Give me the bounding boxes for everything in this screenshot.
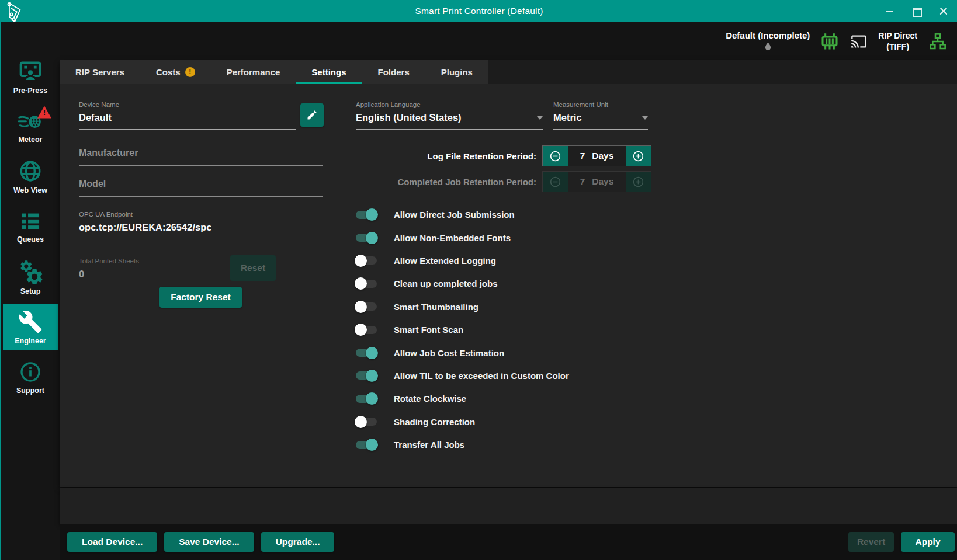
retention-number: 7 [580, 176, 585, 187]
tab-rip-servers[interactable]: RIP Servers [60, 60, 140, 84]
application-language-value-row[interactable]: English (United States) [356, 112, 543, 130]
tab-label: Settings [311, 67, 346, 77]
toggle-transfer-all-jobs[interactable] [356, 441, 377, 449]
sidebar-item-queues[interactable]: Queues [3, 203, 58, 250]
rip-direct-line1: RIP Direct [878, 30, 917, 41]
factory-reset-button[interactable]: Factory Reset [160, 287, 242, 308]
toggle-row: Smart Thumbnailing [356, 295, 569, 318]
minus-circle-icon [549, 150, 561, 162]
sidebar-item-web-view[interactable]: Web View [3, 153, 58, 200]
opc-ua-endpoint-label: OPC UA Endpoint [79, 211, 323, 218]
chevron-down-icon [537, 116, 543, 120]
tab-folders[interactable]: Folders [362, 60, 425, 84]
log-file-retention-label: Log File Retention Period: [427, 151, 536, 161]
load-device-button[interactable]: Load Device... [67, 532, 157, 552]
sidebar-item-setup[interactable]: Setup [3, 253, 58, 300]
sidebar-item-label: Support [16, 387, 44, 395]
device-name-value[interactable]: Default [79, 112, 296, 130]
settings-panel: RIP Servers Costs ! Performance Settings… [60, 60, 957, 487]
toggle-row: Allow Non-Embedded Fonts [356, 226, 569, 249]
toggle-label: Allow Extended Logging [394, 256, 496, 266]
titlebar: Smart Print Controller (Default) [1, 0, 957, 22]
reset-button[interactable]: Reset [230, 255, 276, 281]
device-name-field[interactable]: Device Name Default [79, 101, 296, 130]
minimize-button[interactable] [885, 6, 895, 16]
toggle-allow-job-cost-estimation[interactable] [356, 349, 377, 357]
info-icon [19, 360, 42, 384]
toggle-row: Rotate Clockwise [356, 387, 569, 410]
tab-plugins[interactable]: Plugins [425, 60, 488, 84]
measurement-unit-select[interactable]: Measurement Unit Metric [553, 101, 648, 130]
toggle-label: Rotate Clockwise [394, 394, 466, 404]
toggle-label: Clean up completed jobs [394, 279, 498, 288]
close-button[interactable] [938, 6, 949, 16]
manufacturer-field[interactable]: Manufacturer [79, 148, 323, 166]
increment-button[interactable] [626, 146, 651, 166]
globe-icon [18, 159, 43, 183]
toggle-allow-non-embedded-fonts[interactable] [356, 234, 377, 242]
opc-ua-endpoint-field[interactable]: OPC UA Endpoint opc.tcp://EUREKA:26542/s… [79, 211, 323, 239]
network-hierarchy-icon[interactable] [927, 32, 948, 51]
sidebar-item-label: Meteor [19, 135, 43, 144]
toggle-row: Clean up completed jobs [356, 272, 569, 295]
toggle-row: Allow TIL to be exceeded in Custom Color [356, 364, 569, 387]
manufacturer-placeholder[interactable]: Manufacturer [79, 148, 323, 166]
sidebar-item-meteor[interactable]: Meteor ! [3, 103, 58, 149]
footer-bar: Load Device... Save Device... Upgrade...… [60, 524, 957, 560]
sidebar-item-support[interactable]: Support [3, 354, 58, 401]
maximize-button[interactable] [911, 6, 922, 16]
tab-label: Costs [156, 67, 181, 77]
sidebar-item-label: Setup [20, 287, 41, 295]
tab-costs[interactable]: Costs ! [140, 60, 211, 84]
toggle-rotate-clockwise[interactable] [356, 395, 377, 403]
save-device-button[interactable]: Save Device... [164, 532, 254, 552]
application-language-select[interactable]: Application Language English (United Sta… [356, 101, 543, 130]
measurement-unit-label: Measurement Unit [553, 101, 648, 108]
device-name-label: Device Name [79, 101, 296, 108]
measurement-unit-value-row[interactable]: Metric [553, 112, 648, 130]
gears-icon [18, 259, 43, 284]
apply-button[interactable]: Apply [901, 532, 955, 552]
toggle-smart-font-scan[interactable] [356, 326, 377, 334]
toggle-shading-correction[interactable] [356, 418, 377, 426]
toggle-row: Allow Extended Logging [356, 249, 569, 272]
toggle-allow-direct-job-submission[interactable] [356, 211, 377, 219]
completed-job-retention-value: 7 Days [568, 172, 626, 192]
sidebar-item-label: Pre-Press [13, 86, 47, 95]
plus-circle-icon [632, 150, 644, 162]
window-title: Smart Print Controller (Default) [415, 6, 543, 16]
edit-device-name-button[interactable] [300, 103, 324, 127]
sidebar-item-engineer[interactable]: Engineer [3, 304, 58, 350]
toggle-allow-til-exceeded-custom-color[interactable] [356, 371, 377, 380]
tab-strip: RIP Servers Costs ! Performance Settings… [60, 60, 488, 84]
rip-direct-line2: (TIFF) [886, 41, 909, 52]
device-status: Default (Incomplete) [726, 30, 810, 53]
tab-performance[interactable]: Performance [211, 60, 296, 84]
press-engine-icon[interactable] [820, 32, 840, 51]
toggle-row: Transfer All Jobs [356, 433, 569, 456]
tab-row: RIP Servers Costs ! Performance Settings… [60, 60, 957, 84]
log-file-retention-stepper: 7 Days [542, 145, 651, 166]
toggle-clean-up-completed-jobs[interactable] [356, 280, 377, 288]
model-placeholder[interactable]: Model [79, 179, 323, 197]
retention-unit: Days [592, 176, 613, 187]
completed-job-retention-stepper: 7 Days [542, 171, 651, 192]
tab-settings[interactable]: Settings [296, 60, 362, 84]
toggle-smart-thumbnailing[interactable] [356, 302, 377, 311]
lower-strip [60, 488, 957, 524]
toggle-label: Allow TIL to be exceeded in Custom Color [394, 371, 569, 381]
upgrade-button[interactable]: Upgrade... [261, 532, 335, 552]
tab-label: RIP Servers [75, 67, 124, 77]
toggle-allow-extended-logging[interactable] [356, 256, 377, 265]
chevron-down-icon [642, 116, 648, 120]
sidebar-item-label: Web View [13, 186, 47, 194]
opc-ua-endpoint-value[interactable]: opc.tcp://EUREKA:26542/spc [79, 222, 323, 239]
sidebar-item-pre-press[interactable]: Pre-Press [3, 53, 58, 99]
sidebar-item-label: Engineer [15, 337, 46, 345]
model-field[interactable]: Model [79, 179, 323, 197]
revert-button[interactable]: Revert [848, 532, 894, 552]
pencil-icon [306, 109, 318, 121]
cast-icon[interactable] [849, 33, 868, 50]
application-language-value: English (United States) [356, 112, 462, 123]
decrement-button[interactable] [543, 146, 568, 166]
